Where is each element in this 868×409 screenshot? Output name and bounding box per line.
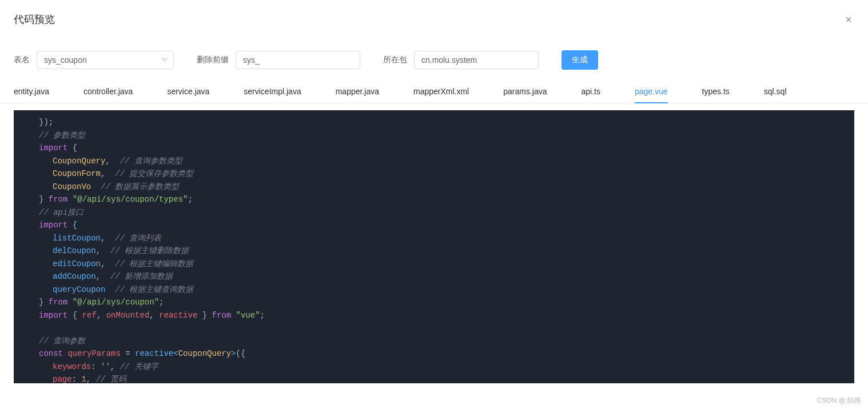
tab-service[interactable]: service.java [167,81,221,103]
package-input[interactable] [414,51,539,69]
tab-serviceimpl[interactable]: serviceImpl.java [244,81,312,103]
dialog-title: 代码预览 [14,13,55,26]
form-item-package: 所在包 [383,51,539,69]
code-line: // 查询参数 [25,335,843,348]
tab-mapper[interactable]: mapper.java [336,81,391,103]
code-line: listCoupon, // 查询列表 [25,232,843,245]
tab-controller[interactable]: controller.java [83,81,144,103]
tab-params[interactable]: params.java [503,81,558,103]
code-line [25,322,843,335]
table-name-label: 表名 [14,55,30,65]
code-line: addCoupon, // 新增添加数据 [25,270,843,283]
code-line: import { [25,142,843,155]
prefix-label: 删除前缀 [197,55,229,65]
code-line: } from "@/api/sys/coupon/types"; [25,193,843,206]
tab-mapperxml[interactable]: mapperXml.xml [413,81,480,103]
code-line: // 参数类型 [25,129,843,142]
code-preview[interactable]: }); // 参数类型 import { CouponQuery, // 查询参… [14,110,854,383]
table-name-select[interactable] [37,51,174,69]
tab-api[interactable]: api.ts [581,81,611,103]
tab-types[interactable]: types.ts [702,81,741,103]
form-item-table-name: 表名 [14,51,174,69]
code-line: page: 1, // 页码 [25,373,843,383]
code-line: import { [25,219,843,232]
tab-sql[interactable]: sql.sql [764,81,798,103]
form-item-prefix: 删除前缀 [197,51,360,69]
generate-button[interactable]: 生成 [562,50,598,70]
tab-page[interactable]: page.vue [635,81,679,103]
code-line: CouponQuery, // 查询参数类型 [25,155,843,168]
table-name-input[interactable] [37,51,174,69]
code-line: import { ref, onMounted, reactive } from… [25,309,843,322]
package-label: 所在包 [383,55,407,65]
code-line: }); [25,116,843,129]
form-row: 表名 删除前缀 所在包 生成 [0,33,868,81]
code-line: const queryParams = reactive<CouponQuery… [25,347,843,360]
code-line: } from "@/api/sys/coupon"; [25,296,843,309]
code-line: queryCoupon // 根据主键查询数据 [25,283,843,296]
code-line: delCoupon, // 根据主键删除数据 [25,244,843,258]
close-icon[interactable]: × [843,11,854,27]
tabs: entity.java controller.java service.java… [0,81,868,103]
code-line: keywords: '', // 关键字 [25,360,843,374]
watermark: CSDN @.陌路 [817,396,861,406]
prefix-input[interactable] [236,51,360,69]
code-line: editCoupon, // 根据主键编辑数据 [25,258,843,271]
tab-entity[interactable]: entity.java [14,81,61,103]
code-line: // api接口 [25,206,843,219]
code-line: CouponVo // 数据展示参数类型 [25,181,843,194]
code-line: CouponForm, // 提交保存参数类型 [25,167,843,181]
dialog-header: 代码预览 × [0,0,868,33]
